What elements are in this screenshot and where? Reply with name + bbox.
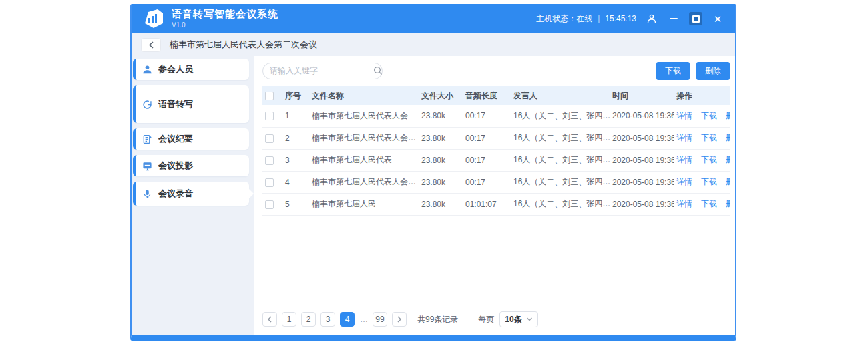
cell-filename: 楠丰市第七届人民代表大会 (309, 105, 419, 127)
detail-link[interactable]: 详情 (676, 155, 692, 164)
sidebar-item-label: 参会人员 (158, 63, 193, 75)
cell-duration: 00:17 (463, 149, 511, 171)
sidebar-item-minutes[interactable]: 会议纪要 (133, 128, 249, 150)
table-row: 4 楠丰市第七届人民代表大会… 23.80k 00:17 16人（关二、刘三、张… (262, 171, 730, 193)
app-identity: 语音转写智能会议系统 V1.0 (172, 9, 278, 29)
col-header-speakers: 发言人 (511, 86, 610, 105)
sidebar-item-transcription[interactable]: 语音转写 (133, 86, 249, 123)
row-checkbox[interactable] (265, 200, 274, 209)
select-all-checkbox[interactable] (265, 92, 274, 100)
maximize-icon[interactable] (689, 12, 702, 25)
table-header-row: 序号 文件名称 文件大小 音频长度 发言人 时间 操作 (262, 86, 730, 105)
titlebar-right: 主机状态：在线 | 15:45:13 ✕ (536, 12, 724, 25)
sidebar-item-label: 会议录音 (158, 188, 193, 200)
prev-page-button[interactable] (262, 312, 277, 327)
sidebar-item-label: 会议纪要 (158, 133, 193, 145)
cell-time: 2020-05-08 19:36 (610, 193, 674, 215)
delete-link[interactable]: 删除 (726, 155, 730, 164)
detail-link[interactable]: 详情 (676, 133, 692, 142)
sidebar-item-projection[interactable]: 会议投影 (133, 155, 249, 176)
close-icon[interactable]: ✕ (711, 12, 724, 25)
next-page-button[interactable] (392, 312, 407, 327)
cell-filesize: 23.80k (419, 171, 463, 193)
total-records-label: 共99条记录 (417, 314, 458, 325)
cell-filename: 楠丰市第七届人民 (309, 193, 419, 215)
account-icon[interactable] (645, 12, 658, 25)
cell-filesize: 23.80k (419, 127, 463, 149)
participants-icon (142, 65, 152, 75)
clock: 15:45:13 (605, 14, 636, 23)
table-row: 3 楠丰市第七届人民代表 23.80k 00:17 16人（关二、刘三、张四…）… (262, 149, 730, 171)
toolbar: 下载 删除 (262, 61, 730, 80)
projection-icon (142, 161, 152, 171)
col-header-no: 序号 (282, 86, 309, 105)
cell-time: 2020-05-08 19:36 (610, 149, 674, 171)
page-button-active[interactable]: 4 (340, 312, 355, 327)
download-link[interactable]: 下载 (701, 111, 717, 120)
delete-button[interactable]: 删除 (696, 62, 730, 80)
desktop: 语音转写智能会议系统 V1.0 主机状态：在线 | 15:45:13 ✕ (0, 0, 868, 342)
table-row: 2 楠丰市第七届人民代表大会… 23.80k 00:17 16人（关二、刘三、张… (262, 127, 730, 149)
detail-link[interactable]: 详情 (676, 111, 692, 120)
download-link[interactable]: 下载 (701, 177, 717, 186)
cell-no: 3 (282, 149, 309, 171)
download-link[interactable]: 下载 (701, 199, 717, 208)
cell-time: 2020-05-08 19:36 (610, 171, 674, 193)
host-status: 主机状态：在线 | 15:45:13 (536, 13, 636, 25)
table-row: 5 楠丰市第七届人民 23.80k 01:01:07 16人（关二、刘三、张四…… (262, 193, 730, 215)
page-button-1[interactable]: 1 (282, 312, 296, 327)
col-header-actions: 操作 (674, 86, 730, 105)
chevron-left-icon (148, 41, 154, 49)
row-checkbox[interactable] (265, 134, 274, 143)
sidebar: 参会人员 语音转写 会议纪要 (132, 56, 254, 335)
minimize-icon[interactable] (667, 12, 680, 25)
cell-filesize: 23.80k (419, 105, 463, 127)
app-window: 语音转写智能会议系统 V1.0 主机状态：在线 | 15:45:13 ✕ (130, 4, 736, 341)
transcription-icon (142, 100, 152, 110)
per-page-select[interactable]: 10条 (499, 311, 538, 327)
detail-link[interactable]: 详情 (676, 177, 692, 186)
cell-speakers: 16人（关二、刘三、张四…） (511, 105, 610, 127)
breadcrumb: 楠丰市第七届人民代表大会第二次会议 (132, 33, 735, 56)
download-link[interactable]: 下载 (701, 155, 717, 164)
sidebar-item-label: 语音转写 (158, 98, 193, 110)
recordings-table: 序号 文件名称 文件大小 音频长度 发言人 时间 操作 1 (262, 86, 730, 216)
page-button-3[interactable]: 3 (320, 312, 335, 327)
search-icon[interactable] (373, 66, 383, 75)
per-page-value: 10条 (505, 314, 521, 325)
title-bar: 语音转写智能会议系统 V1.0 主机状态：在线 | 15:45:13 ✕ (132, 4, 735, 33)
main-content: 下载 删除 序号 文件名称 文件大小 (254, 56, 735, 335)
row-checkbox[interactable] (265, 156, 274, 165)
detail-link[interactable]: 详情 (676, 199, 692, 208)
cell-filesize: 23.80k (419, 149, 463, 171)
delete-link[interactable]: 删除 (726, 177, 730, 186)
chevron-right-icon (397, 316, 402, 323)
delete-link[interactable]: 删除 (726, 111, 730, 120)
cell-time: 2020-05-08 19:36 (610, 105, 674, 127)
row-checkbox[interactable] (265, 112, 274, 120)
sidebar-item-participants[interactable]: 参会人员 (133, 59, 249, 80)
cell-filesize: 23.80k (419, 193, 463, 215)
pagination: 1 2 3 4 … 99 共99条记录 每页 10条 (262, 311, 730, 329)
app-logo-icon (141, 8, 165, 29)
delete-link[interactable]: 删除 (726, 199, 730, 208)
cell-duration: 00:17 (463, 171, 511, 193)
download-button[interactable]: 下载 (656, 62, 690, 80)
cell-time: 2020-05-08 19:36 (610, 127, 674, 149)
cell-speakers: 16人（关二、刘三、张四…） (511, 149, 610, 171)
cell-filename: 楠丰市第七届人民代表 (309, 149, 419, 171)
row-checkbox[interactable] (265, 178, 274, 187)
search-box (262, 63, 383, 79)
sidebar-item-recording[interactable]: 会议录音 (133, 182, 249, 206)
sidebar-item-label: 会议投影 (158, 160, 193, 172)
delete-link[interactable]: 删除 (726, 133, 730, 142)
search-input[interactable] (270, 66, 373, 75)
page-button-last[interactable]: 99 (373, 312, 387, 327)
page-button-2[interactable]: 2 (301, 312, 316, 327)
cell-duration: 01:01:07 (463, 193, 511, 215)
back-button[interactable] (141, 38, 161, 52)
status-separator: | (598, 14, 600, 23)
download-link[interactable]: 下载 (701, 133, 717, 142)
cell-no: 4 (282, 171, 309, 193)
col-header-duration: 音频长度 (463, 86, 511, 105)
